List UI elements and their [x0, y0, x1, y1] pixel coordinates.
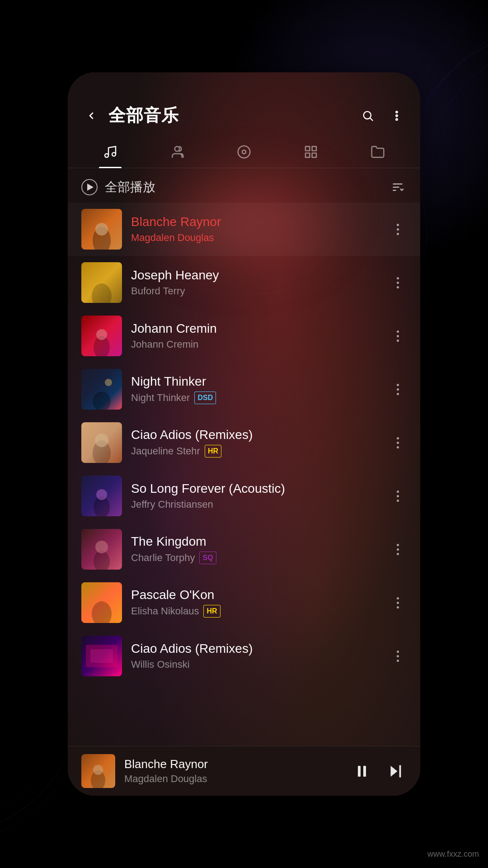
- svg-rect-10: [305, 146, 310, 151]
- song-more-button[interactable]: [389, 274, 407, 292]
- svg-point-3: [396, 115, 398, 117]
- svg-point-28: [94, 551, 110, 570]
- watermark: www.fxxz.com: [427, 849, 479, 859]
- song-artist: Night Thinker: [131, 392, 190, 404]
- svg-point-34: [93, 765, 103, 775]
- tab-songs[interactable]: [77, 136, 144, 168]
- song-artist: Magdalen Douglas: [131, 232, 214, 244]
- page-title: 全部音乐: [108, 104, 351, 127]
- svg-point-25: [95, 434, 108, 447]
- song-info: Ciao Adios (Remixes) Willis Osinski: [131, 642, 380, 670]
- svg-point-23: [93, 392, 111, 410]
- song-artwork: [81, 422, 122, 463]
- song-title: The Kingdom: [131, 534, 380, 549]
- header-icons: [358, 106, 407, 126]
- song-info: So Long Forever (Acoustic) Jeffry Christ…: [131, 481, 380, 510]
- song-artwork: [81, 209, 122, 250]
- now-playing-bar: Blanche Raynor Magdalen Douglas: [68, 746, 420, 796]
- svg-point-0: [364, 111, 371, 118]
- song-info: Pascale O'Kon Elisha Nikolaus HR: [131, 588, 380, 618]
- song-more-button[interactable]: [389, 380, 407, 398]
- song-title: So Long Forever (Acoustic): [131, 481, 380, 496]
- song-more-button[interactable]: [389, 540, 407, 558]
- song-more-button[interactable]: [389, 594, 407, 612]
- list-item[interactable]: So Long Forever (Acoustic) Jeffry Christ…: [68, 469, 420, 523]
- svg-point-18: [95, 223, 108, 236]
- list-item[interactable]: Ciao Adios (Remixes) Jaqueline Stehr HR: [68, 416, 420, 469]
- svg-point-7: [175, 146, 180, 151]
- song-title: Ciao Adios (Remixes): [131, 428, 380, 442]
- tab-albums[interactable]: [211, 136, 277, 168]
- svg-point-6: [112, 152, 116, 156]
- svg-point-9: [242, 150, 246, 154]
- list-item[interactable]: Johann Cremin Johann Cremin: [68, 309, 420, 363]
- song-more-button[interactable]: [389, 647, 407, 665]
- song-info: The Kingdom Charlie Torphy SQ: [131, 534, 380, 564]
- play-all-button[interactable]: [81, 179, 98, 195]
- song-artwork: [81, 369, 122, 410]
- song-title: Blanche Raynor: [131, 215, 380, 229]
- song-artwork: [81, 636, 122, 676]
- quality-badge-sq: SQ: [199, 552, 216, 564]
- list-item[interactable]: Blanche Raynor Magdalen Douglas: [68, 203, 420, 256]
- song-info: Johann Cremin Johann Cremin: [131, 321, 380, 350]
- song-artwork: [81, 476, 122, 516]
- list-item[interactable]: The Kingdom Charlie Torphy SQ: [68, 523, 420, 576]
- quality-badge-dsd: DSD: [194, 392, 216, 404]
- svg-point-30: [92, 601, 112, 623]
- song-artwork: [81, 262, 122, 303]
- list-item[interactable]: Joseph Heaney Buford Terry: [68, 256, 420, 309]
- song-artist: Johann Cremin: [131, 339, 198, 350]
- svg-point-29: [95, 541, 108, 553]
- pause-button[interactable]: [351, 760, 373, 783]
- song-artist: Elisha Nikolaus: [131, 605, 199, 617]
- svg-point-22: [105, 379, 112, 386]
- song-artwork: [81, 316, 122, 356]
- list-item[interactable]: Ciao Adios (Remixes) Willis Osinski: [68, 629, 420, 683]
- tab-artists[interactable]: [144, 136, 211, 168]
- play-all-bar: 全部播放: [68, 172, 420, 203]
- song-title: Ciao Adios (Remixes): [131, 642, 380, 656]
- sort-button[interactable]: [389, 178, 407, 196]
- song-more-button[interactable]: [389, 434, 407, 452]
- song-artwork: [81, 529, 122, 570]
- back-button[interactable]: [81, 106, 101, 126]
- status-bar: [68, 72, 420, 99]
- song-more-button[interactable]: [389, 220, 407, 238]
- svg-line-1: [370, 118, 372, 120]
- list-item[interactable]: Pascale O'Kon Elisha Nikolaus HR: [68, 576, 420, 629]
- tab-bar: [68, 136, 420, 168]
- svg-rect-32: [90, 649, 113, 663]
- svg-rect-36: [363, 766, 366, 777]
- song-more-button[interactable]: [389, 487, 407, 505]
- now-playing-title: Blanche Raynor: [124, 757, 342, 771]
- skip-next-button[interactable]: [384, 760, 407, 783]
- song-artist: Jaqueline Stehr: [131, 445, 200, 457]
- now-playing-info: Blanche Raynor Magdalen Douglas: [124, 757, 342, 785]
- tab-playlist[interactable]: [277, 136, 344, 168]
- svg-rect-35: [358, 766, 361, 777]
- song-artist: Buford Terry: [131, 285, 185, 297]
- more-options-button[interactable]: [387, 106, 407, 126]
- song-title: Night Thinker: [131, 374, 380, 389]
- now-playing-artwork: [81, 754, 115, 788]
- now-playing-artist: Magdalen Douglas: [124, 773, 342, 785]
- svg-point-5: [105, 154, 108, 157]
- tab-folder[interactable]: [344, 136, 411, 168]
- svg-marker-37: [391, 766, 398, 777]
- quality-badge-hr: HR: [203, 605, 220, 618]
- svg-rect-11: [312, 146, 316, 151]
- svg-rect-13: [312, 153, 316, 157]
- song-more-button[interactable]: [389, 327, 407, 345]
- song-artist: Willis Osinski: [131, 659, 190, 670]
- search-button[interactable]: [358, 106, 378, 126]
- svg-point-19: [92, 283, 112, 303]
- phone-container: 全部音乐: [68, 72, 420, 796]
- song-title: Joseph Heaney: [131, 268, 380, 283]
- song-info: Night Thinker Night Thinker DSD: [131, 374, 380, 404]
- svg-point-2: [396, 111, 398, 113]
- svg-point-27: [96, 489, 107, 500]
- song-info: Joseph Heaney Buford Terry: [131, 268, 380, 297]
- list-item[interactable]: Night Thinker Night Thinker DSD: [68, 363, 420, 416]
- svg-point-21: [96, 329, 107, 340]
